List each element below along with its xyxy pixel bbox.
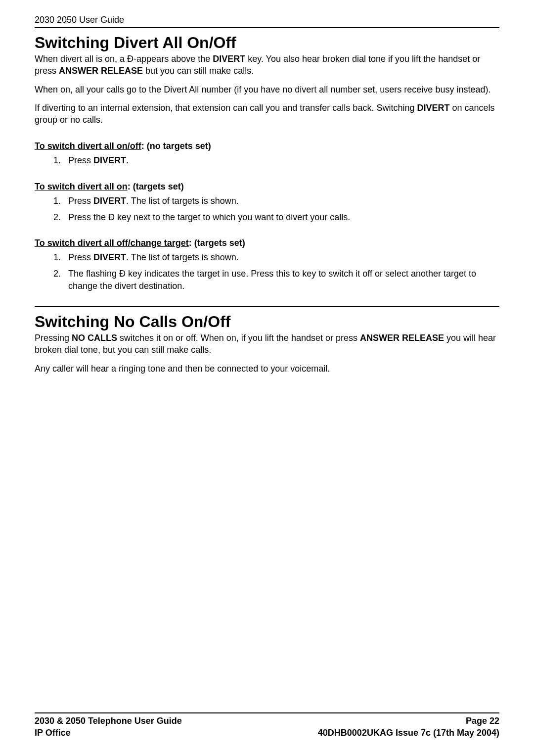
list-item: Press DIVERT. The list of targets is sho… [63,251,499,264]
footer-rule [35,712,499,713]
nocalls-paragraph-1: Pressing NO CALLS switches it on or off.… [35,332,499,356]
bold-divert: DIVERT [213,54,245,64]
header-title: 2030 2050 User Guide [35,15,499,25]
subheading-off-change-target: To switch divert all off/change target: … [35,238,499,248]
bold-no-calls: NO CALLS [72,333,117,343]
section-heading-nocalls: Switching No Calls On/Off [35,313,499,331]
text: Press [68,196,93,206]
bold-answer-release: ANSWER RELEASE [59,66,143,76]
steps-list-2: Press DIVERT. The list of targets is sho… [35,195,499,224]
bold-divert: DIVERT [93,196,126,206]
text: . The list of targets is shown. [126,252,239,262]
text: Pressing [35,333,72,343]
text: . [126,155,129,165]
text: switches it on or off. When on, if you l… [117,333,360,343]
subheading-underline: To switch divert all off/change target [35,238,189,248]
text: When divert all is on, a Ð-appears above… [35,54,213,64]
footer-right-2: 40DHB0002UKAG Issue 7c (17th May 2004) [318,727,499,739]
page-footer: 2030 & 2050 Telephone User Guide Page 22… [35,712,499,739]
footer-line-1: 2030 & 2050 Telephone User Guide Page 22 [35,715,499,727]
bold-divert: DIVERT [417,103,449,113]
text: Press [68,252,93,262]
footer-left-1: 2030 & 2050 Telephone User Guide [35,715,182,727]
list-item: Press DIVERT. [63,154,499,167]
section-heading-divert: Switching Divert All On/Off [35,34,499,51]
footer-right-1: Page 22 [466,715,499,727]
steps-list-3: Press DIVERT. The list of targets is sho… [35,251,499,292]
divert-paragraph-3: If diverting to an internal extension, t… [35,102,499,126]
section-divider [35,306,499,307]
divert-paragraph-1: When divert all is on, a Ð-appears above… [35,53,499,77]
footer-line-2: IP Office 40DHB0002UKAG Issue 7c (17th M… [35,727,499,739]
subheading-on-targets: To switch divert all on: (targets set) [35,182,499,192]
list-item: Press DIVERT. The list of targets is sho… [63,195,499,207]
footer-left-2: IP Office [35,727,71,739]
text: If diverting to an internal extension, t… [35,103,417,113]
text: Press [68,155,93,165]
subheading-rest: : (targets set) [128,182,184,191]
steps-list-1: Press DIVERT. [35,154,499,167]
bold-answer-release: ANSWER RELEASE [360,333,444,343]
divert-paragraph-2: When on, all your calls go to the Divert… [35,84,499,96]
bold-divert: DIVERT [93,252,126,262]
list-item: Press the Ð key next to the target to wh… [63,211,499,224]
subheading-onoff-notargets: To switch divert all on/off: (no targets… [35,141,499,151]
list-item: The flashing Ð key indicates the target … [63,268,499,292]
header-rule [35,27,499,28]
bold-divert: DIVERT [93,155,126,165]
text: . The list of targets is shown. [126,196,239,206]
subheading-underline: To switch divert all on [35,182,128,191]
subheading-rest: : (targets set) [189,238,245,248]
text: but you can still make calls. [143,66,254,76]
page-container: 2030 2050 User Guide Switching Divert Al… [0,0,534,756]
nocalls-paragraph-2: Any caller will hear a ringing tone and … [35,363,499,375]
subheading-rest: : (no targets set) [141,141,211,151]
subheading-underline: To switch divert all on/off [35,141,141,151]
